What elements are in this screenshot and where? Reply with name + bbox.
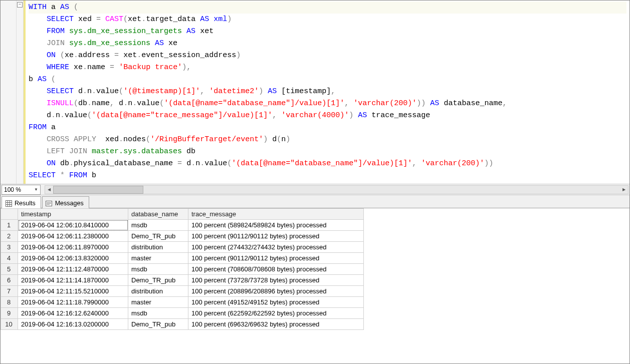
scroll-left-icon[interactable]: ◀: [45, 186, 53, 194]
row-number[interactable]: 9: [1, 308, 18, 319]
cell-trace-message[interactable]: 100 percent (90112/90112 bytes) processe…: [188, 253, 364, 264]
cell-database-name[interactable]: Demo_TR_pub: [128, 275, 188, 286]
table-row[interactable]: 22019-06-04 12:06:11.2380000Demo_TR_pub1…: [1, 231, 364, 242]
editor-margin: [1, 1, 17, 184]
row-number[interactable]: 7: [1, 286, 18, 297]
results-tabs: Results Messages: [1, 195, 629, 208]
col-header-database-name[interactable]: database_name: [128, 209, 188, 220]
cell-trace-message[interactable]: 100 percent (49152/49152 bytes) processe…: [188, 297, 364, 308]
grid-header-row: timestamp database_name trace_message: [1, 209, 364, 220]
cell-timestamp[interactable]: 2019-06-04 12:11:14.1870000: [18, 275, 128, 286]
tab-results[interactable]: Results: [2, 196, 41, 208]
row-number[interactable]: 3: [1, 242, 18, 253]
col-header-timestamp[interactable]: timestamp: [18, 209, 128, 220]
svg-rect-0: [6, 200, 12, 206]
cell-timestamp[interactable]: 2019-06-04 12:11:12.4870000: [18, 264, 128, 275]
cell-trace-message[interactable]: 100 percent (90112/90112 bytes) processe…: [188, 231, 364, 242]
row-number[interactable]: 5: [1, 264, 18, 275]
row-number[interactable]: 8: [1, 297, 18, 308]
cell-timestamp[interactable]: 2019-06-04 12:16:13.0200000: [18, 319, 128, 330]
fold-collapse-icon[interactable]: −: [17, 2, 23, 8]
cell-timestamp[interactable]: 2019-06-04 12:06:11.2380000: [18, 231, 128, 242]
messages-icon: [46, 200, 53, 207]
cell-trace-message[interactable]: 100 percent (589824/589824 bytes) proces…: [188, 220, 364, 231]
table-row[interactable]: 62019-06-04 12:11:14.1870000Demo_TR_pub1…: [1, 275, 364, 286]
cell-timestamp[interactable]: 2019-06-04 12:06:11.8970000: [18, 242, 128, 253]
cell-trace-message[interactable]: 100 percent (622592/622592 bytes) proces…: [188, 308, 364, 319]
row-number[interactable]: 10: [1, 319, 18, 330]
horizontal-scrollbar[interactable]: ◀ ▶: [45, 185, 628, 194]
table-row[interactable]: 52019-06-04 12:11:12.4870000msdb100 perc…: [1, 264, 364, 275]
code-content[interactable]: WITH a AS ( SELECT xed = CAST(xet.target…: [26, 1, 629, 184]
cell-trace-message[interactable]: 100 percent (708608/708608 bytes) proces…: [188, 264, 364, 275]
cell-trace-message[interactable]: 100 percent (73728/73728 bytes) processe…: [188, 275, 364, 286]
cell-timestamp[interactable]: 2019-06-04 12:11:18.7990000: [18, 297, 128, 308]
cell-database-name[interactable]: distribution: [128, 286, 188, 297]
cell-trace-message[interactable]: 100 percent (69632/69632 bytes) processe…: [188, 319, 364, 330]
cell-database-name[interactable]: msdb: [128, 220, 188, 231]
cell-database-name[interactable]: distribution: [128, 242, 188, 253]
editor-footer: 100 % ▼ ◀ ▶: [1, 184, 629, 195]
tab-messages-label: Messages: [55, 200, 84, 207]
table-row[interactable]: 32019-06-04 12:06:11.8970000distribution…: [1, 242, 364, 253]
cell-trace-message[interactable]: 100 percent (208896/208896 bytes) proces…: [188, 286, 364, 297]
results-pane[interactable]: timestamp database_name trace_message 12…: [1, 208, 629, 363]
row-number[interactable]: 4: [1, 253, 18, 264]
table-row[interactable]: 102019-06-04 12:16:13.0200000Demo_TR_pub…: [1, 319, 364, 330]
fold-column: −: [17, 1, 24, 184]
zoom-value: 100 %: [4, 186, 21, 193]
grid-icon: [5, 200, 12, 207]
cell-database-name[interactable]: Demo_TR_pub: [128, 231, 188, 242]
zoom-dropdown[interactable]: 100 % ▼: [2, 185, 41, 195]
chevron-down-icon: ▼: [34, 187, 38, 192]
cell-timestamp[interactable]: 2019-06-04 12:06:10.8410000: [18, 220, 128, 231]
cell-database-name[interactable]: Demo_TR_pub: [128, 319, 188, 330]
cell-timestamp[interactable]: 2019-06-04 12:06:13.8320000: [18, 253, 128, 264]
cell-timestamp[interactable]: 2019-06-04 12:11:15.5210000: [18, 286, 128, 297]
scroll-right-icon[interactable]: ▶: [620, 186, 628, 194]
table-row[interactable]: 82019-06-04 12:11:18.7990000master100 pe…: [1, 297, 364, 308]
cell-database-name[interactable]: master: [128, 253, 188, 264]
table-row[interactable]: 92019-06-04 12:16:12.6240000msdb100 perc…: [1, 308, 364, 319]
row-number[interactable]: 2: [1, 231, 18, 242]
row-number[interactable]: 6: [1, 275, 18, 286]
col-header-trace-message[interactable]: trace_message: [188, 209, 364, 220]
cell-database-name[interactable]: msdb: [128, 308, 188, 319]
cell-database-name[interactable]: master: [128, 297, 188, 308]
tab-results-label: Results: [15, 200, 36, 207]
cell-database-name[interactable]: msdb: [128, 264, 188, 275]
tab-messages[interactable]: Messages: [42, 196, 89, 208]
cell-timestamp[interactable]: 2019-06-04 12:16:12.6240000: [18, 308, 128, 319]
table-row[interactable]: 12019-06-04 12:06:10.8410000msdb100 perc…: [1, 220, 364, 231]
table-row[interactable]: 72019-06-04 12:11:15.5210000distribution…: [1, 286, 364, 297]
row-number[interactable]: 1: [1, 220, 18, 231]
table-row[interactable]: 42019-06-04 12:06:13.8320000master100 pe…: [1, 253, 364, 264]
cell-trace-message[interactable]: 100 percent (274432/274432 bytes) proces…: [188, 242, 364, 253]
scroll-thumb[interactable]: [53, 186, 143, 194]
results-grid[interactable]: timestamp database_name trace_message 12…: [1, 208, 364, 330]
grid-corner[interactable]: [1, 209, 18, 220]
sql-editor[interactable]: − WITH a AS ( SELECT xed = CAST(xet.targ…: [1, 1, 629, 184]
